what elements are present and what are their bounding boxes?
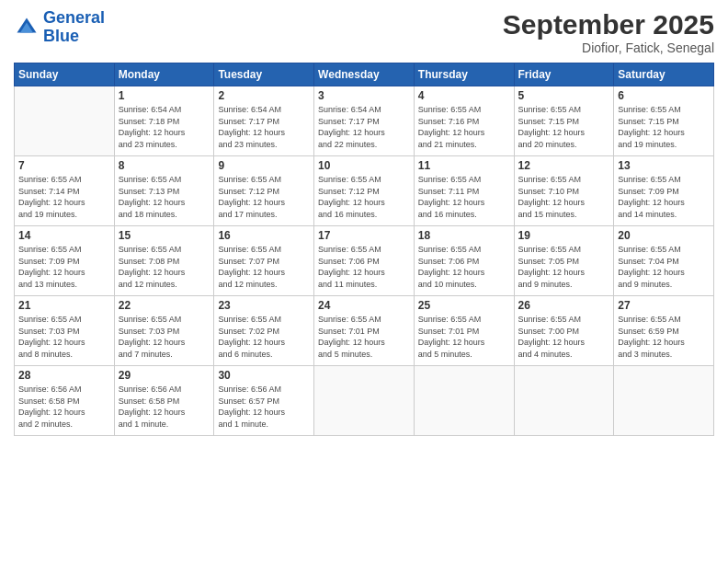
cell-info: Sunrise: 6:54 AM Sunset: 7:17 PM Dayligh… <box>218 104 310 150</box>
cell-info: Sunrise: 6:55 AM Sunset: 7:03 PM Dayligh… <box>119 314 210 360</box>
day-number: 2 <box>218 89 310 102</box>
logo-line1: General <box>43 8 105 27</box>
day-number: 16 <box>218 229 310 242</box>
cell-2-6: 20 Sunrise: 6:55 AM Sunset: 7:04 PM Dayl… <box>614 226 714 296</box>
cell-info: Sunrise: 6:55 AM Sunset: 7:06 PM Dayligh… <box>418 244 510 290</box>
cell-3-4: 25 Sunrise: 6:55 AM Sunset: 7:01 PM Dayl… <box>414 296 514 366</box>
cell-info: Sunrise: 6:55 AM Sunset: 7:16 PM Dayligh… <box>418 104 510 150</box>
cell-0-1: 1 Sunrise: 6:54 AM Sunset: 7:18 PM Dayli… <box>114 86 214 156</box>
cell-info: Sunrise: 6:55 AM Sunset: 7:05 PM Dayligh… <box>518 244 610 290</box>
day-number: 13 <box>618 159 710 172</box>
cell-3-5: 26 Sunrise: 6:55 AM Sunset: 7:00 PM Dayl… <box>514 296 614 366</box>
header: General Blue September 2025 Diofior, Fat… <box>14 9 714 55</box>
cell-info: Sunrise: 6:55 AM Sunset: 7:01 PM Dayligh… <box>418 314 510 360</box>
day-number: 6 <box>618 89 710 102</box>
day-number: 30 <box>218 369 310 382</box>
day-number: 11 <box>418 159 510 172</box>
cell-info: Sunrise: 6:55 AM Sunset: 7:09 PM Dayligh… <box>18 244 110 290</box>
header-day-sunday: Sunday <box>15 63 115 86</box>
week-row-2: 14 Sunrise: 6:55 AM Sunset: 7:09 PM Dayl… <box>15 226 714 296</box>
day-number: 25 <box>418 299 510 312</box>
cell-info: Sunrise: 6:55 AM Sunset: 7:03 PM Dayligh… <box>18 314 110 360</box>
cell-2-5: 19 Sunrise: 6:55 AM Sunset: 7:05 PM Dayl… <box>514 226 614 296</box>
cell-3-3: 24 Sunrise: 6:55 AM Sunset: 7:01 PM Dayl… <box>314 296 415 366</box>
cell-4-5 <box>514 366 614 436</box>
cell-2-2: 16 Sunrise: 6:55 AM Sunset: 7:07 PM Dayl… <box>214 226 314 296</box>
day-number: 17 <box>318 229 410 242</box>
day-number: 23 <box>218 299 310 312</box>
cell-info: Sunrise: 6:55 AM Sunset: 7:10 PM Dayligh… <box>518 174 610 220</box>
main-title: September 2025 <box>503 9 714 40</box>
cell-info: Sunrise: 6:55 AM Sunset: 7:11 PM Dayligh… <box>418 174 510 220</box>
cell-2-1: 15 Sunrise: 6:55 AM Sunset: 7:08 PM Dayl… <box>114 226 214 296</box>
header-day-wednesday: Wednesday <box>314 63 415 86</box>
cell-1-1: 8 Sunrise: 6:55 AM Sunset: 7:13 PM Dayli… <box>114 156 214 226</box>
cell-info: Sunrise: 6:55 AM Sunset: 7:13 PM Dayligh… <box>119 174 210 220</box>
day-number: 21 <box>18 299 110 312</box>
cell-0-0 <box>15 86 115 156</box>
calendar-table: SundayMondayTuesdayWednesdayThursdayFrid… <box>14 63 714 436</box>
cell-4-1: 29 Sunrise: 6:56 AM Sunset: 6:58 PM Dayl… <box>114 366 214 436</box>
cell-3-2: 23 Sunrise: 6:55 AM Sunset: 7:02 PM Dayl… <box>214 296 314 366</box>
day-number: 18 <box>418 229 510 242</box>
cell-0-2: 2 Sunrise: 6:54 AM Sunset: 7:17 PM Dayli… <box>214 86 314 156</box>
cell-info: Sunrise: 6:55 AM Sunset: 7:15 PM Dayligh… <box>518 104 610 150</box>
day-number: 4 <box>418 89 510 102</box>
day-number: 8 <box>119 159 210 172</box>
title-block: September 2025 Diofior, Fatick, Senegal <box>503 9 714 55</box>
day-number: 5 <box>518 89 610 102</box>
cell-4-2: 30 Sunrise: 6:56 AM Sunset: 6:57 PM Dayl… <box>214 366 314 436</box>
page: General Blue September 2025 Diofior, Fat… <box>0 0 728 563</box>
header-day-tuesday: Tuesday <box>214 63 314 86</box>
cell-info: Sunrise: 6:56 AM Sunset: 6:58 PM Dayligh… <box>119 384 210 430</box>
day-number: 29 <box>119 369 210 382</box>
cell-info: Sunrise: 6:55 AM Sunset: 7:07 PM Dayligh… <box>218 244 310 290</box>
week-row-3: 21 Sunrise: 6:55 AM Sunset: 7:03 PM Dayl… <box>15 296 714 366</box>
cell-0-5: 5 Sunrise: 6:55 AM Sunset: 7:15 PM Dayli… <box>514 86 614 156</box>
cell-4-3 <box>314 366 415 436</box>
cell-info: Sunrise: 6:55 AM Sunset: 7:09 PM Dayligh… <box>618 174 710 220</box>
header-day-friday: Friday <box>514 63 614 86</box>
cell-4-6 <box>614 366 714 436</box>
cell-0-6: 6 Sunrise: 6:55 AM Sunset: 7:15 PM Dayli… <box>614 86 714 156</box>
cell-info: Sunrise: 6:55 AM Sunset: 7:01 PM Dayligh… <box>318 314 410 360</box>
day-number: 14 <box>18 229 110 242</box>
cell-info: Sunrise: 6:56 AM Sunset: 6:57 PM Dayligh… <box>218 384 310 430</box>
cell-info: Sunrise: 6:55 AM Sunset: 6:59 PM Dayligh… <box>618 314 710 360</box>
day-number: 27 <box>618 299 710 312</box>
logo-line2: Blue <box>43 28 105 46</box>
cell-4-0: 28 Sunrise: 6:56 AM Sunset: 6:58 PM Dayl… <box>15 366 115 436</box>
day-number: 19 <box>518 229 610 242</box>
day-number: 15 <box>119 229 210 242</box>
subtitle: Diofior, Fatick, Senegal <box>503 40 714 55</box>
cell-info: Sunrise: 6:55 AM Sunset: 7:12 PM Dayligh… <box>318 174 410 220</box>
cell-info: Sunrise: 6:55 AM Sunset: 7:04 PM Dayligh… <box>618 244 710 290</box>
week-row-4: 28 Sunrise: 6:56 AM Sunset: 6:58 PM Dayl… <box>15 366 714 436</box>
day-number: 7 <box>18 159 110 172</box>
cell-info: Sunrise: 6:55 AM Sunset: 7:12 PM Dayligh… <box>218 174 310 220</box>
cell-2-3: 17 Sunrise: 6:55 AM Sunset: 7:06 PM Dayl… <box>314 226 415 296</box>
header-day-thursday: Thursday <box>414 63 514 86</box>
cell-info: Sunrise: 6:54 AM Sunset: 7:18 PM Dayligh… <box>119 104 210 150</box>
logo: General Blue <box>14 9 105 46</box>
logo-text: General Blue <box>43 9 105 46</box>
header-day-monday: Monday <box>114 63 214 86</box>
cell-info: Sunrise: 6:55 AM Sunset: 7:00 PM Dayligh… <box>518 314 610 360</box>
cell-1-2: 9 Sunrise: 6:55 AM Sunset: 7:12 PM Dayli… <box>214 156 314 226</box>
cell-1-0: 7 Sunrise: 6:55 AM Sunset: 7:14 PM Dayli… <box>15 156 115 226</box>
day-number: 28 <box>18 369 110 382</box>
day-number: 9 <box>218 159 310 172</box>
day-number: 1 <box>119 89 210 102</box>
week-row-0: 1 Sunrise: 6:54 AM Sunset: 7:18 PM Dayli… <box>15 86 714 156</box>
header-day-saturday: Saturday <box>614 63 714 86</box>
cell-2-4: 18 Sunrise: 6:55 AM Sunset: 7:06 PM Dayl… <box>414 226 514 296</box>
day-number: 10 <box>318 159 410 172</box>
day-number: 26 <box>518 299 610 312</box>
cell-3-6: 27 Sunrise: 6:55 AM Sunset: 6:59 PM Dayl… <box>614 296 714 366</box>
cell-0-4: 4 Sunrise: 6:55 AM Sunset: 7:16 PM Dayli… <box>414 86 514 156</box>
cell-1-6: 13 Sunrise: 6:55 AM Sunset: 7:09 PM Dayl… <box>614 156 714 226</box>
cell-3-0: 21 Sunrise: 6:55 AM Sunset: 7:03 PM Dayl… <box>15 296 115 366</box>
cell-info: Sunrise: 6:54 AM Sunset: 7:17 PM Dayligh… <box>318 104 410 150</box>
cell-info: Sunrise: 6:55 AM Sunset: 7:02 PM Dayligh… <box>218 314 310 360</box>
cell-info: Sunrise: 6:55 AM Sunset: 7:08 PM Dayligh… <box>119 244 210 290</box>
